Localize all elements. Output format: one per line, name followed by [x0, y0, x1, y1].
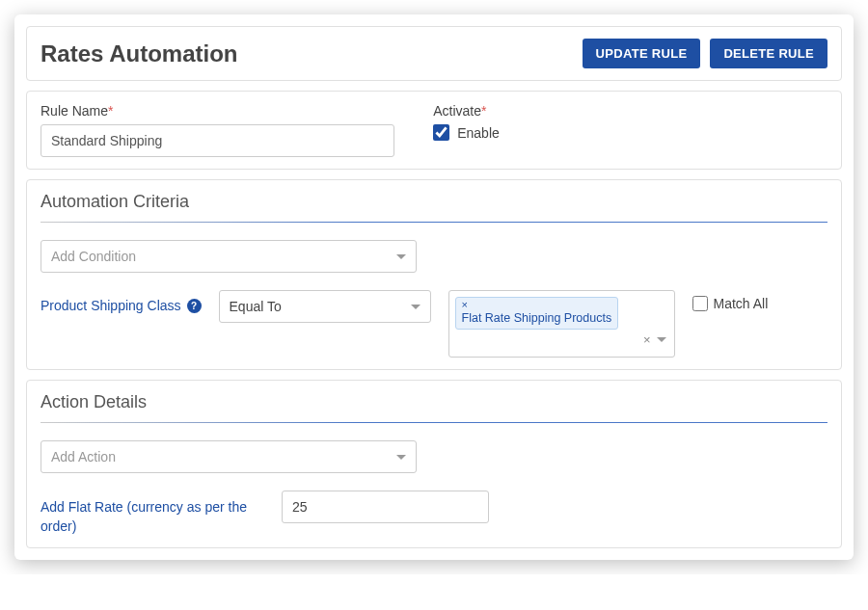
- match-all-block: Match All: [692, 290, 769, 311]
- enable-checkbox[interactable]: [433, 124, 449, 141]
- required-asterisk: *: [481, 103, 486, 119]
- token-box-controls: ×: [643, 332, 666, 347]
- rates-automation-card: Rates Automation UPDATE RULE DELETE RULE…: [14, 14, 854, 560]
- match-all-checkbox[interactable]: [692, 296, 708, 311]
- rule-info-panel: Rule Name* Activate* Enable: [26, 91, 842, 170]
- token-label: Flat Rate Shipping Products: [462, 311, 612, 325]
- criteria-row: Product Shipping Class ? Equal To × Flat…: [41, 290, 827, 358]
- add-action-select[interactable]: Add Action: [41, 440, 417, 473]
- activate-label: Activate*: [433, 103, 787, 119]
- add-action-placeholder: Add Action: [51, 449, 116, 464]
- action-panel: Action Details Add Action Add Flat Rate …: [26, 380, 842, 548]
- divider: [41, 222, 827, 223]
- match-all-label: Match All: [714, 296, 769, 311]
- activate-label-text: Activate: [433, 103, 481, 119]
- criteria-field-label: Product Shipping Class ?: [41, 290, 202, 313]
- flat-rate-label: Add Flat Rate (currency as per the order…: [41, 491, 253, 536]
- chevron-down-icon: [396, 254, 406, 259]
- flat-rate-input[interactable]: [282, 491, 489, 523]
- divider: [41, 422, 827, 423]
- activate-block: Activate* Enable: [433, 103, 787, 157]
- add-condition-placeholder: Add Condition: [51, 249, 136, 264]
- chevron-down-icon: [396, 455, 406, 460]
- rule-name-input[interactable]: [41, 124, 394, 157]
- flat-rate-row: Add Flat Rate (currency as per the order…: [41, 491, 827, 536]
- criteria-panel: Automation Criteria Add Condition Produc…: [26, 179, 842, 370]
- rule-name-label: Rule Name*: [41, 103, 394, 119]
- operator-value: Equal To: [230, 299, 282, 314]
- criteria-section-title: Automation Criteria: [41, 192, 827, 212]
- header-panel: Rates Automation UPDATE RULE DELETE RULE: [26, 26, 842, 81]
- token-item: × Flat Rate Shipping Products: [455, 297, 619, 330]
- rule-name-block: Rule Name*: [41, 103, 394, 157]
- chevron-down-icon[interactable]: [657, 337, 666, 342]
- help-icon[interactable]: ?: [187, 299, 202, 313]
- action-section-title: Action Details: [41, 392, 827, 412]
- value-token-box[interactable]: × Flat Rate Shipping Products ×: [448, 290, 675, 358]
- token-remove-icon[interactable]: ×: [462, 300, 612, 310]
- chevron-down-icon: [411, 305, 420, 309]
- operator-select[interactable]: Equal To: [219, 290, 431, 323]
- enable-checkbox-label: Enable: [457, 125, 500, 141]
- header-actions: UPDATE RULE DELETE RULE: [583, 39, 827, 68]
- required-asterisk: *: [108, 103, 113, 119]
- update-rule-button[interactable]: UPDATE RULE: [583, 39, 701, 68]
- clear-all-icon[interactable]: ×: [643, 332, 651, 347]
- rule-name-label-text: Rule Name: [41, 103, 108, 119]
- page-title: Rates Automation: [41, 40, 237, 67]
- add-condition-select[interactable]: Add Condition: [41, 240, 417, 273]
- delete-rule-button[interactable]: DELETE RULE: [710, 39, 827, 68]
- criteria-field-label-text: Product Shipping Class: [41, 298, 181, 313]
